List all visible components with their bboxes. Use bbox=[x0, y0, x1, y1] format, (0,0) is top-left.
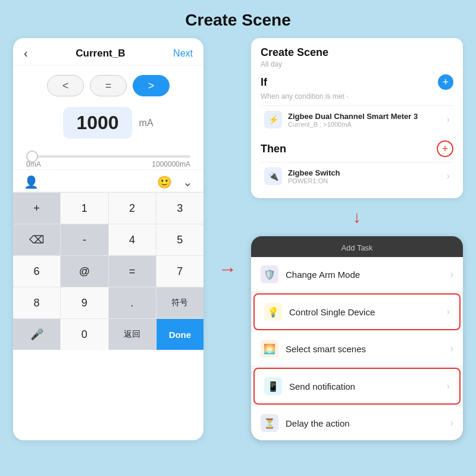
send-notification-icon: 📱 bbox=[264, 377, 282, 395]
task-item-delay-action[interactable]: ⏳ Delay the action › bbox=[251, 406, 463, 440]
task-label-change-arm-mode: Change Arm Mode bbox=[286, 270, 450, 280]
key-4[interactable]: 4 bbox=[109, 224, 156, 255]
task-item-smart-scenes[interactable]: 🌅 Select smart scenes › bbox=[251, 331, 463, 367]
task-chevron-device-icon: › bbox=[447, 306, 450, 317]
key-9[interactable]: 9 bbox=[61, 287, 108, 318]
task-chevron-scenes-icon: › bbox=[450, 343, 453, 354]
right-arrow-container: → bbox=[214, 38, 240, 440]
action-device-info: Zigbee Switch POWER1:ON bbox=[288, 168, 441, 184]
change-arm-mode-icon: 🛡️ bbox=[261, 265, 278, 283]
add-task-title: Add Task bbox=[251, 243, 463, 252]
scene-card-title: Create Scene bbox=[261, 46, 453, 59]
key-8[interactable]: 8 bbox=[13, 287, 60, 318]
action-device-name: Zigbee Switch bbox=[288, 168, 441, 177]
value-display: 1000 bbox=[63, 107, 131, 139]
scene-card-subtitle: All day bbox=[261, 60, 453, 68]
key-at[interactable]: @ bbox=[61, 256, 108, 287]
task-chevron-arm-icon: › bbox=[450, 269, 453, 280]
if-add-button[interactable]: + bbox=[438, 74, 453, 90]
key-done[interactable]: Done bbox=[156, 319, 203, 350]
task-item-send-notification[interactable]: 📱 Send notification › bbox=[253, 368, 461, 405]
key-0[interactable]: 0 bbox=[61, 319, 108, 350]
key-mic[interactable]: 🎤 bbox=[13, 319, 60, 350]
slider-track[interactable] bbox=[26, 155, 190, 158]
keyboard-grid: + 1 2 3 ⌫ - 4 5 6 @ = 7 8 9 . 符号 🎤 0 返回 … bbox=[13, 192, 203, 350]
right-panels: Create Scene All day If + When any condi… bbox=[251, 38, 463, 440]
add-task-card: Add Task 🛡️ Change Arm Mode › 💡 Control … bbox=[251, 236, 463, 440]
key-period[interactable]: . bbox=[109, 287, 156, 318]
task-label-delay-action: Delay the action bbox=[286, 418, 450, 428]
screen-title: Current_B bbox=[76, 48, 125, 60]
control-device-icon: 💡 bbox=[264, 303, 282, 321]
left-panel: ‹ Current_B Next < = > 1000 mA 0mA 10000… bbox=[13, 38, 203, 440]
person-icon[interactable]: 👤 bbox=[24, 175, 39, 189]
action-device-status: POWER1:ON bbox=[288, 177, 441, 184]
device-info: Zigbee Dual Channel Smart Meter 3 Curren… bbox=[288, 112, 441, 128]
down-arrow-container: ↓ bbox=[251, 208, 463, 227]
action-device-icon: 🔌 bbox=[264, 167, 282, 185]
smart-scenes-icon: 🌅 bbox=[261, 340, 278, 358]
task-chevron-notification-icon: › bbox=[447, 381, 450, 392]
slider-labels: 0mA 1000000mA bbox=[26, 160, 190, 168]
device-status: Current_B : >1000mA bbox=[288, 121, 441, 128]
down-arrow-icon: ↓ bbox=[353, 208, 361, 227]
next-button[interactable]: Next bbox=[173, 48, 193, 59]
key-6[interactable]: 6 bbox=[13, 256, 60, 287]
key-3[interactable]: 3 bbox=[156, 193, 203, 224]
key-backspace[interactable]: ⌫ bbox=[13, 224, 60, 255]
device-name: Zigbee Dual Channel Smart Meter 3 bbox=[288, 112, 441, 121]
then-label: Then bbox=[261, 143, 286, 155]
chevron-down-icon[interactable]: ⌄ bbox=[183, 175, 193, 189]
key-minus[interactable]: - bbox=[61, 224, 108, 255]
emoji-icon[interactable]: 🙂 bbox=[157, 175, 172, 189]
scene-card: Create Scene All day If + When any condi… bbox=[251, 38, 463, 198]
key-symbol[interactable]: 符号 bbox=[156, 287, 203, 318]
task-list: 🛡️ Change Arm Mode › 💡 Control Single De… bbox=[251, 257, 463, 440]
slider-area: 0mA 1000000mA bbox=[13, 145, 203, 170]
if-label: If bbox=[261, 76, 267, 89]
if-section: If + bbox=[261, 74, 453, 90]
task-chevron-delay-icon: › bbox=[450, 418, 453, 428]
right-arrow-icon: → bbox=[218, 258, 237, 280]
unit-label: mA bbox=[139, 118, 154, 129]
greater-than-button[interactable]: > bbox=[133, 75, 170, 96]
slider-thumb[interactable] bbox=[26, 151, 38, 162]
task-label-send-notification: Send notification bbox=[289, 381, 447, 392]
slider-max: 1000000mA bbox=[152, 160, 190, 168]
key-equals[interactable]: = bbox=[109, 256, 156, 287]
less-than-button[interactable]: < bbox=[47, 75, 84, 96]
action-chevron-icon: › bbox=[447, 171, 450, 181]
delay-action-icon: ⏳ bbox=[261, 414, 278, 432]
condition-device-row[interactable]: ⚡ Zigbee Dual Channel Smart Meter 3 Curr… bbox=[261, 105, 453, 133]
if-subtitle: When any condition is met · bbox=[261, 92, 453, 101]
action-device-row[interactable]: 🔌 Zigbee Switch POWER1:ON › bbox=[261, 162, 453, 190]
equals-button[interactable]: = bbox=[90, 75, 127, 96]
key-7[interactable]: 7 bbox=[156, 256, 203, 287]
key-2[interactable]: 2 bbox=[109, 193, 156, 224]
then-add-button[interactable]: + bbox=[437, 140, 453, 157]
task-item-change-arm-mode[interactable]: 🛡️ Change Arm Mode › bbox=[251, 257, 463, 292]
back-button[interactable]: ‹ bbox=[24, 46, 28, 60]
key-5[interactable]: 5 bbox=[156, 224, 203, 255]
comparator-row: < = > bbox=[13, 65, 203, 101]
toolbar-right: 🙂 ⌄ bbox=[157, 175, 193, 189]
task-label-smart-scenes: Select smart scenes bbox=[286, 344, 450, 354]
key-plus[interactable]: + bbox=[13, 193, 60, 224]
then-section: Then + bbox=[261, 140, 453, 157]
task-label-control-device: Control Single Device bbox=[289, 307, 447, 317]
task-item-control-device[interactable]: 💡 Control Single Device › bbox=[253, 293, 461, 330]
value-row: 1000 mA bbox=[13, 101, 203, 145]
keyboard-toolbar: 👤 🙂 ⌄ bbox=[13, 170, 203, 192]
device-chevron-icon: › bbox=[447, 114, 450, 125]
page-title: Create Scene bbox=[0, 0, 476, 38]
key-1[interactable]: 1 bbox=[61, 193, 108, 224]
phone-header: ‹ Current_B Next bbox=[13, 38, 203, 65]
key-return[interactable]: 返回 bbox=[109, 319, 156, 350]
device-icon: ⚡ bbox=[264, 111, 282, 129]
